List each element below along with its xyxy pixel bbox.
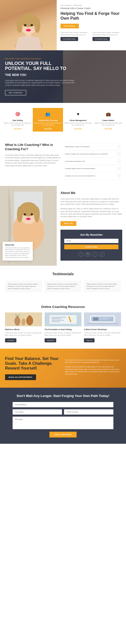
phone-input[interactable] (64, 409, 113, 415)
resource-card-0: Wellness eBook Lorem ipsum dolor sit ame… (5, 312, 42, 342)
resource-img-svg-0 (5, 312, 42, 326)
svg-rect-28 (49, 315, 77, 324)
email-input[interactable] (13, 402, 113, 407)
testimonial-text-1: "Maura aliquam lobortis eros tincidunt i… (47, 283, 79, 290)
hero-portrait-svg (12, 0, 45, 50)
faq-expand-3[interactable]: + (117, 167, 121, 170)
svg-point-20 (26, 218, 30, 220)
lets-talk-button[interactable]: LET'S TALK (60, 24, 79, 28)
testimonials-section: Testimonials "Maura aliquam lobortis ero… (0, 266, 126, 299)
faq-expand-4[interactable]: + (117, 174, 121, 178)
service-title-0: Goal Setting (4, 119, 32, 121)
faq-expand-0[interactable]: + (117, 145, 121, 148)
faq-item-1: Vivamus magna justo, lacinia eget consec… (65, 150, 121, 158)
svg-rect-38 (99, 317, 112, 318)
email-row (13, 402, 113, 407)
resource-image-1 (45, 312, 82, 326)
coaching-left: What Is Life Coaching? Who is Coaching F… (5, 143, 61, 180)
faq-text-1: Vivamus magna justo, lacinia eget consec… (65, 153, 116, 155)
svg-point-25 (26, 316, 33, 325)
service-item-stress: ♥ Stress Management Nullam et dolor sit … (63, 108, 93, 132)
cta-text-1: Lorem ipsum dolor sit amet, consectetur … (65, 359, 121, 364)
coaching-faq: Pellentesque in ipsum sit et laoribus? +… (65, 143, 121, 180)
service-text-1: Nullam et dolor sit amet posuere ullamco… (34, 122, 62, 126)
first-name-input[interactable] (13, 409, 62, 415)
hero-section: I'M CARLEY JENSON Personal Life & Career… (0, 0, 126, 50)
instagram-icon[interactable]: 📷 (85, 252, 90, 257)
make-appointment-button[interactable]: MAKE AN APPOINTMENT (5, 374, 36, 380)
testimonial-card-1: "Maura aliquam lobortis eros tincidunt i… (45, 280, 82, 292)
svg-rect-32 (51, 321, 60, 322)
banner-label: Helping You Achieve Success (5, 58, 76, 60)
message-input[interactable] (13, 417, 113, 429)
newsletter-box: Join My Newsletter SUBSCRIBE f 📷 t p (60, 230, 122, 261)
resource-text-1: Lorem ipsum dolor sit amet, consectetur … (45, 332, 82, 336)
hero-service-card-2: Lorem ipsum dolor sit amet, consectetur … (92, 31, 122, 41)
service-text-0: Nullam et dolor sit amet posuere ullamco… (4, 122, 32, 126)
get-started-button-1[interactable]: Get Started Today! (60, 37, 78, 41)
about-text-2: Maecenas ligula nisl, mollis ac nulla et… (60, 208, 122, 218)
testimonial-card-0: "Maura aliquam lobortis eros tincidunt i… (5, 280, 42, 292)
cta-text-2: Phasellus pharetra molestie dui, iapitis… (65, 366, 121, 375)
service-title-3: Career Advice (94, 119, 122, 121)
learn-more-0[interactable]: Learn More (4, 128, 32, 129)
resources-grid: Wellness eBook Lorem ipsum dolor sit ame… (5, 312, 121, 342)
send-message-button[interactable]: SEND MESSAGE (49, 432, 77, 437)
service-text-2: Nullam et dolor sit amet posuere ullamco… (64, 122, 92, 126)
svg-rect-39 (99, 319, 108, 319)
contact-form: SEND MESSAGE (13, 402, 113, 437)
faq-text-4: Curabitur arcu erat, accumsan id imperdi… (65, 175, 116, 177)
about-card-text: Lorem ipsum dolor sit amet, consectetur … (5, 247, 30, 259)
facebook-icon[interactable]: f (78, 252, 83, 257)
faq-text-3: Curabitur aliquet quam id dui posuere bl… (65, 168, 116, 169)
faq-expand-1[interactable]: + (117, 152, 121, 156)
newsletter-email-input[interactable] (64, 239, 118, 243)
testimonials-grid: "Maura aliquam lobortis eros tincidunt i… (5, 280, 121, 292)
resource-img-svg-2 (84, 312, 121, 326)
twitter-icon[interactable]: t (92, 252, 98, 257)
service-title-2: Stress Management (64, 119, 92, 121)
learn-more-2[interactable]: Learn More (64, 128, 92, 129)
about-text-1: Lorem ipsum dolor sit amet, consectetur … (60, 198, 122, 206)
resource-btn-0[interactable]: Purchase (5, 338, 16, 342)
about-content: About Me Lorem ipsum dolor sit amet, con… (57, 186, 126, 266)
faq-text-0: Pellentesque in ipsum sit et laoribus? (65, 146, 116, 147)
faq-text-2: Lacinia eget consectetur sed? (65, 160, 116, 162)
coaching-text: Lorem ipsum dolor sit amet, consectetur … (5, 154, 61, 167)
subscribe-button[interactable]: SUBSCRIBE (64, 245, 118, 249)
resource-img-svg-1 (45, 312, 82, 326)
faq-item-3: Curabitur aliquet quam id dui posuere bl… (65, 165, 121, 172)
career-icon: 💼 (105, 110, 112, 118)
resource-btn-2[interactable]: Sign Up (84, 338, 94, 342)
service-title-1: Relationship Coaching (34, 119, 62, 121)
newsletter-title: Join My Newsletter (64, 233, 118, 236)
svg-point-5 (34, 18, 40, 33)
svg-rect-26 (28, 315, 31, 317)
faq-item-4: Curabitur arcu erat, accumsan id imperdi… (65, 172, 121, 180)
resource-text-0: Lorem ipsum dolor sit amet, consectetur … (5, 332, 42, 336)
name-phone-row (13, 409, 113, 415)
cta-right: Lorem ipsum dolor sit amet, consectetur … (61, 359, 121, 378)
meet-me-button[interactable]: MEET ME (60, 221, 76, 226)
faq-expand-2[interactable]: + (117, 159, 121, 163)
svg-rect-31 (51, 320, 64, 320)
svg-rect-29 (51, 317, 66, 317)
learn-more-1[interactable]: Learn More (34, 128, 62, 129)
goal-setting-icon: 🎯 (14, 110, 21, 118)
testimonial-card-2: "Maura aliquam lobortis eros tincidunt i… (84, 280, 121, 292)
banner-title: Unlock Your Full Potential. Say Hello to (5, 61, 76, 71)
resource-btn-1[interactable]: Subscribe (45, 338, 56, 342)
cta-banner: Find Your Balance. Set Your Goals. Take … (0, 349, 126, 388)
testimonial-text-0: "Maura aliquam lobortis eros tincidunt i… (8, 283, 40, 290)
svg-point-6 (24, 24, 26, 26)
faq-item-0: Pellentesque in ipsum sit et laoribus? + (65, 143, 121, 150)
service-item-career: 💼 Career Advice Nullam et dolor sit amet… (93, 108, 123, 132)
get-started-button-2[interactable]: Get Started Today! (92, 37, 110, 41)
stress-icon: ♥ (74, 110, 82, 118)
svg-point-24 (22, 318, 26, 325)
pinterest-icon[interactable]: p (100, 252, 105, 257)
learn-more-3[interactable]: Learn More (94, 128, 122, 129)
cta-left: Find Your Balance. Set Your Goals. Take … (5, 356, 61, 380)
about-card-title: About Me (5, 244, 30, 246)
get-started-banner-button[interactable]: GET STARTED (5, 90, 26, 95)
